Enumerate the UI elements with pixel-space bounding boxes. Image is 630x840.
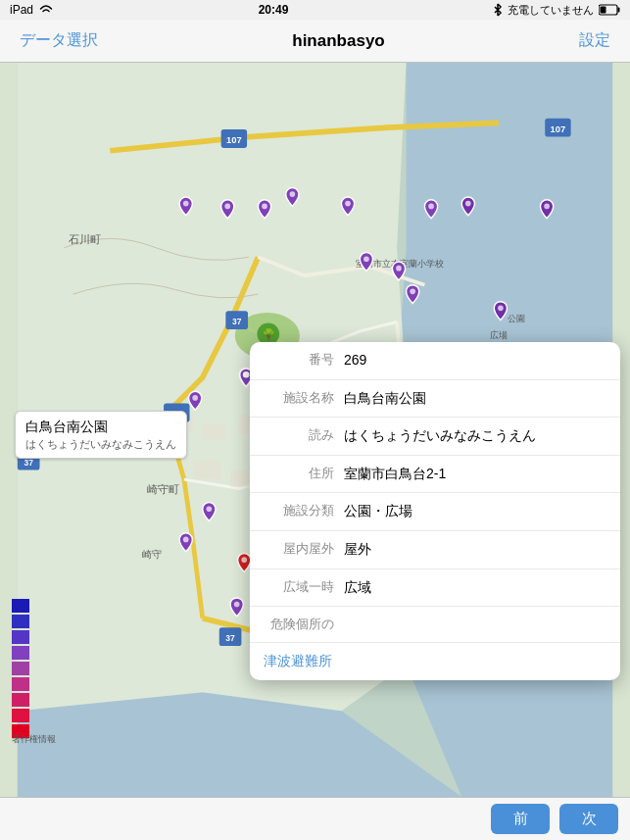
map-area[interactable]: 107 107 37 37 704 37 石川町 崎守町 崎守 室蘭市立本室蘭小…: [0, 63, 630, 797]
detail-row-yomi: 読み はくちょうだいみなみこうえん: [250, 418, 620, 456]
label-shisetsu: 施設名称: [264, 389, 334, 407]
detail-popup: 番号 269 施設名称 白鳥台南公園 読み はくちょうだいみなみこうえん 住所 …: [250, 342, 620, 680]
svg-text:崎守町: 崎守町: [147, 483, 179, 495]
svg-text:107: 107: [226, 134, 242, 145]
legend-bar-4: [12, 646, 29, 660]
svg-point-40: [544, 204, 550, 210]
color-legend: [12, 599, 29, 738]
prev-button[interactable]: 前: [491, 804, 550, 834]
label-area: 広域一時: [264, 578, 334, 596]
battery-icon: [599, 4, 620, 16]
detail-row-area: 広域一時 広域: [250, 569, 620, 608]
value-area: 広域: [344, 578, 606, 598]
legend-bar-6: [12, 677, 29, 691]
status-left: iPad: [10, 3, 54, 17]
nav-title: hinanbasyo: [292, 31, 384, 51]
copyright-label: 著作権情報: [12, 733, 56, 746]
svg-point-36: [290, 191, 296, 197]
svg-text:公園: 公園: [508, 313, 525, 323]
status-bar: iPad 20:49 充電していません: [0, 0, 630, 20]
label-yomi: 読み: [264, 426, 334, 444]
value-indoor: 屋外: [344, 540, 606, 560]
value-bunrui: 公園・広場: [344, 502, 606, 521]
label-title: 白鳥台南公園: [25, 418, 176, 437]
svg-rect-10: [193, 461, 220, 479]
carrier-label: iPad: [10, 3, 33, 17]
svg-text:石川町: 石川町: [69, 233, 101, 245]
svg-point-43: [410, 288, 415, 294]
map-location-label: 白鳥台南公園 はくちょうだいみなみこうえん: [15, 411, 187, 459]
value-yomi: はくちょうだいみなみこうえん: [344, 426, 606, 446]
detail-row-indoor: 屋内屋外 屋外: [250, 531, 620, 569]
bluetooth-icon: [493, 3, 503, 17]
svg-text:🌳: 🌳: [262, 327, 276, 341]
svg-rect-2: [600, 7, 606, 14]
nav-bar: データ選択 hinanbasyo 設定: [0, 20, 630, 63]
label-indoor: 屋内屋外: [264, 540, 334, 558]
svg-point-33: [183, 201, 189, 207]
data-select-button[interactable]: データ選択: [12, 26, 106, 55]
value-tsunami[interactable]: 津波避難所: [264, 652, 606, 671]
svg-rect-7: [203, 423, 226, 440]
legend-bar-7: [12, 693, 29, 707]
svg-point-49: [241, 557, 247, 563]
svg-point-48: [183, 537, 189, 543]
legend-bar-8: [12, 709, 29, 722]
value-shisetsu: 白鳥台南公園: [344, 389, 606, 409]
detail-row-danger[interactable]: 危険個所の: [250, 607, 620, 643]
svg-point-38: [428, 204, 434, 210]
wifi-icon: [38, 4, 54, 16]
svg-text:広場: 広場: [490, 329, 508, 340]
detail-row-tsunami[interactable]: 津波避難所: [250, 643, 620, 680]
next-button[interactable]: 次: [559, 804, 618, 834]
detail-row-address: 住所 室蘭市白鳥台2-1: [250, 456, 620, 494]
legend-bar-5: [12, 662, 29, 675]
svg-text:崎守: 崎守: [142, 549, 162, 560]
legend-bar-2: [12, 615, 29, 628]
svg-text:37: 37: [225, 633, 235, 643]
legend-bar-3: [12, 630, 29, 644]
svg-point-37: [345, 201, 351, 207]
value-bangou: 269: [344, 351, 606, 371]
svg-point-34: [224, 204, 230, 210]
svg-point-47: [207, 506, 213, 512]
settings-button[interactable]: 設定: [571, 26, 618, 55]
status-right: 充電していません: [493, 3, 620, 18]
svg-point-46: [192, 395, 198, 401]
detail-row-category: 施設分類 公園・広場: [250, 493, 620, 531]
label-jusho: 住所: [264, 465, 334, 482]
svg-point-50: [234, 602, 240, 608]
label-danger: 危険個所の: [264, 616, 334, 633]
svg-point-35: [262, 204, 267, 210]
svg-text:37: 37: [232, 317, 242, 326]
svg-point-42: [396, 266, 402, 272]
bottom-bar: 前 次: [0, 797, 630, 840]
legend-bar-1: [12, 599, 29, 613]
svg-point-39: [465, 201, 471, 207]
label-subtitle: はくちょうだいみなみこうえん: [25, 437, 176, 452]
svg-point-44: [498, 305, 504, 311]
svg-point-45: [243, 371, 250, 378]
svg-point-41: [363, 256, 369, 262]
label-bangou: 番号: [264, 351, 334, 369]
status-time: 20:49: [259, 3, 289, 17]
label-bunrui: 施設分類: [264, 502, 334, 519]
value-jusho: 室蘭市白鳥台2-1: [344, 465, 606, 484]
svg-rect-1: [617, 8, 619, 13]
detail-row-number: 番号 269: [250, 342, 620, 380]
detail-row-name: 施設名称 白鳥台南公園: [250, 380, 620, 419]
svg-text:37: 37: [24, 458, 33, 468]
charging-label: 充電していません: [508, 3, 594, 18]
svg-text:107: 107: [551, 124, 566, 134]
